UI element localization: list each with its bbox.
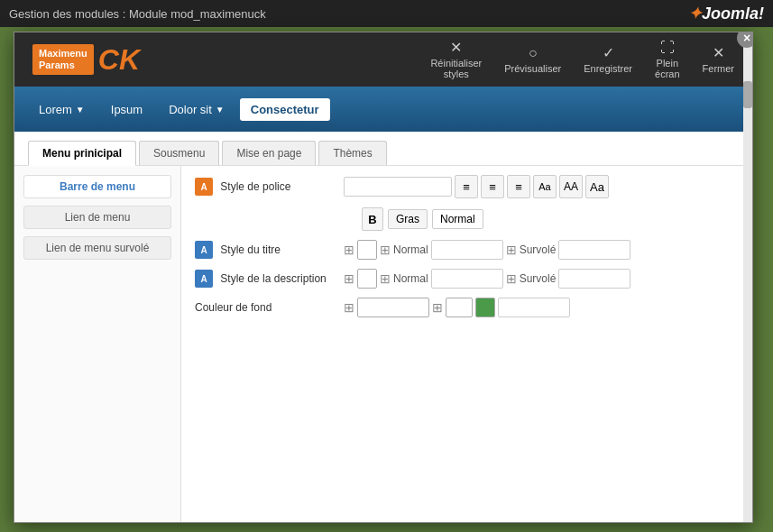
titre-normal-input[interactable] bbox=[431, 240, 503, 260]
font-controls: ≡ ≡ ≡ Aa AA Aa bbox=[344, 175, 609, 198]
form-row-style-description: A Style de la description ⊞ ⊞ Normal ⊞ S… bbox=[195, 269, 739, 289]
sidebar-lien-menu-survole[interactable]: Lien de menu survolé bbox=[23, 236, 171, 260]
chevron-down-icon: ▼ bbox=[76, 105, 85, 115]
right-panel: A Style de police ≡ ≡ ≡ Aa AA Aa B Gras … bbox=[181, 166, 752, 522]
desc-color-grid-1[interactable]: ⊞ bbox=[344, 271, 354, 286]
style-description-icon: A bbox=[195, 270, 213, 288]
style-description-label: A Style de la description bbox=[195, 270, 339, 288]
align-left-icon[interactable]: ≡ bbox=[455, 175, 478, 198]
nav-item-dolor[interactable]: Dolor sit ▼ bbox=[158, 98, 235, 121]
tabs-section: Menu prinicipal Sousmenu Mise en page Th… bbox=[14, 132, 752, 166]
font-size-large-icon[interactable]: Aa bbox=[585, 175, 609, 198]
tab-menu-principal[interactable]: Menu prinicipal bbox=[28, 141, 136, 166]
toolbar-enregistrer[interactable]: ✓ Enregistrer bbox=[584, 46, 632, 74]
previsualiser-icon: ○ bbox=[529, 46, 538, 60]
page-title: Gestion des modules : Module mod_maximen… bbox=[9, 7, 266, 21]
nav-item-ipsum[interactable]: Ipsum bbox=[100, 98, 153, 121]
toolbar-plein-ecran[interactable]: ⛶ Plein écran bbox=[655, 41, 680, 79]
reinitialiser-label: Réinitialiser styles bbox=[430, 58, 482, 79]
style-police-icon: A bbox=[195, 178, 213, 196]
left-panel: Barre de menu Lien de menu Lien de menu … bbox=[14, 166, 181, 522]
color-swatch-fond-1[interactable] bbox=[357, 298, 429, 317]
logo-area: Maximenu Params CK bbox=[32, 44, 140, 75]
color-swatch-description[interactable] bbox=[357, 269, 377, 289]
font-size-small-icon[interactable]: Aa bbox=[533, 175, 557, 198]
description-survole-label: Survolé bbox=[520, 272, 557, 285]
font-size-medium-icon[interactable]: AA bbox=[559, 175, 583, 198]
nav-preview: Lorem ▼ Ipsum Dolor sit ▼ Consectetur bbox=[14, 87, 752, 132]
titre-survole-input[interactable] bbox=[558, 240, 630, 260]
enregistrer-label: Enregistrer bbox=[584, 63, 632, 74]
toolbar-fermer[interactable]: ✕ Fermer bbox=[703, 46, 734, 74]
fond-color-grid-1[interactable]: ⊞ bbox=[344, 300, 354, 315]
color-swatch-fond-green[interactable] bbox=[475, 298, 495, 317]
font-input[interactable] bbox=[344, 177, 452, 197]
desc-color-grid-3[interactable]: ⊞ bbox=[506, 271, 517, 286]
plein-ecran-label: Plein écran bbox=[655, 58, 680, 79]
style-titre-label: A Style du titre bbox=[195, 241, 339, 259]
nav-item-lorem[interactable]: Lorem ▼ bbox=[28, 98, 96, 121]
sidebar-lien-menu[interactable]: Lien de menu bbox=[23, 206, 171, 229]
description-survole-input[interactable] bbox=[558, 269, 630, 289]
top-bar: Gestion des modules : Module mod_maximen… bbox=[0, 0, 773, 27]
logo-ck: CK bbox=[98, 45, 140, 74]
style-titre-controls: ⊞ ⊞ Normal ⊞ Survolé bbox=[344, 240, 630, 260]
fond-input[interactable] bbox=[498, 298, 570, 317]
form-row-bold-normal: B Gras Normal bbox=[362, 207, 739, 231]
style-description-controls: ⊞ ⊞ Normal ⊞ Survolé bbox=[344, 269, 630, 289]
form-row-style-police: A Style de police ≡ ≡ ≡ Aa AA Aa bbox=[195, 175, 739, 198]
color-grid-icon-3[interactable]: ⊞ bbox=[506, 243, 517, 257]
fond-color-grid-2[interactable]: ⊞ bbox=[432, 300, 443, 315]
form-row-couleur-fond: Couleur de fond ⊞ ⊞ bbox=[195, 298, 739, 317]
toolbar-actions: ✕ Réinitialiser styles ○ Prévisualiser ✓… bbox=[430, 41, 734, 79]
description-normal-label: Normal bbox=[393, 272, 428, 285]
couleur-fond-controls: ⊞ ⊞ bbox=[344, 298, 570, 317]
plein-ecran-icon: ⛶ bbox=[660, 41, 675, 55]
modal-container: × Maximenu Params CK ✕ Réinitialiser sty… bbox=[14, 32, 753, 523]
content-area: Barre de menu Lien de menu Lien de menu … bbox=[14, 166, 752, 522]
color-swatch-titre[interactable] bbox=[357, 240, 377, 260]
titre-survole-label: Survolé bbox=[520, 243, 557, 256]
tab-mise-en-page[interactable]: Mise en page bbox=[222, 141, 316, 165]
previsualiser-label: Prévisualiser bbox=[504, 63, 561, 74]
color-grid-icon-2[interactable]: ⊞ bbox=[380, 243, 391, 257]
tab-sousmenu[interactable]: Sousmenu bbox=[139, 141, 219, 165]
color-grid-icon-1[interactable]: ⊞ bbox=[344, 243, 354, 257]
bold-button[interactable]: B bbox=[362, 207, 383, 231]
titre-normal-label: Normal bbox=[393, 243, 428, 256]
form-row-style-titre: A Style du titre ⊞ ⊞ Normal ⊞ Survolé bbox=[195, 240, 739, 260]
toolbar-previsualiser[interactable]: ○ Prévisualiser bbox=[504, 46, 561, 74]
align-center-icon[interactable]: ≡ bbox=[481, 175, 504, 198]
sidebar-barre-menu[interactable]: Barre de menu bbox=[23, 175, 171, 198]
chevron-down-icon-2: ▼ bbox=[216, 105, 225, 115]
description-normal-input[interactable] bbox=[431, 269, 503, 289]
fermer-label: Fermer bbox=[703, 63, 734, 74]
scrollbar-thumb[interactable] bbox=[743, 81, 752, 108]
fermer-icon: ✕ bbox=[713, 46, 724, 60]
style-titre-icon: A bbox=[195, 241, 213, 259]
style-police-label: A Style de police bbox=[195, 178, 339, 196]
modal-header: Maximenu Params CK ✕ Réinitialiser style… bbox=[14, 32, 752, 87]
logo-box: Maximenu Params bbox=[32, 44, 94, 75]
nav-item-consectetur[interactable]: Consectetur bbox=[240, 98, 330, 121]
enregistrer-icon: ✓ bbox=[603, 46, 614, 60]
normal-button[interactable]: Normal bbox=[432, 209, 483, 229]
reinitialiser-icon: ✕ bbox=[450, 41, 462, 55]
align-right-icon[interactable]: ≡ bbox=[507, 175, 530, 198]
color-swatch-fond-2[interactable] bbox=[446, 298, 473, 317]
joomla-logo: ✦Joomla! bbox=[688, 4, 764, 23]
modal-scrollbar[interactable] bbox=[743, 32, 752, 522]
gras-button[interactable]: Gras bbox=[388, 209, 428, 229]
desc-color-grid-2[interactable]: ⊞ bbox=[380, 271, 391, 286]
couleur-fond-label: Couleur de fond bbox=[195, 301, 339, 314]
tab-themes[interactable]: Thèmes bbox=[318, 141, 386, 165]
toolbar-reinitialiser[interactable]: ✕ Réinitialiser styles bbox=[430, 41, 482, 79]
